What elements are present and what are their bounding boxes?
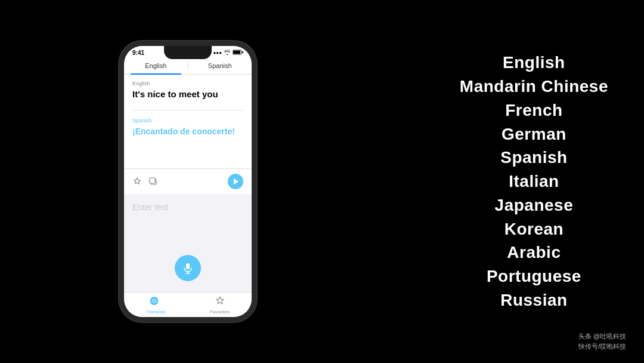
language-item-french: French bbox=[460, 99, 608, 122]
favorites-tab-label: Favorites bbox=[210, 309, 230, 315]
language-item-portuguese: Portuguese bbox=[460, 265, 608, 288]
battery-icon bbox=[233, 50, 243, 56]
copy-icon[interactable] bbox=[148, 177, 157, 186]
svg-rect-1 bbox=[233, 51, 240, 54]
language-item-english: English bbox=[460, 51, 608, 74]
microphone-button[interactable] bbox=[175, 255, 201, 281]
language-item-german: German bbox=[460, 123, 608, 146]
translate-tab-nav[interactable]: 🌐 Translate bbox=[124, 296, 188, 315]
favorites-tab-nav[interactable]: Favorites bbox=[188, 296, 252, 315]
translate-nav-icon: 🌐 bbox=[150, 296, 163, 308]
translation-card: English It's nice to meet you Spanish ¡E… bbox=[124, 75, 252, 168]
source-language-tab[interactable]: English bbox=[124, 57, 188, 74]
phone-screen: 9:41 ●●● bbox=[124, 46, 252, 317]
translate-tab-label: Translate bbox=[146, 309, 166, 315]
status-time: 9:41 bbox=[132, 50, 144, 56]
language-item-spanish: Spanish bbox=[460, 146, 608, 169]
language-item-arabic: Arabic bbox=[460, 241, 608, 264]
watermark-line2: 快传号/哎咆科技 bbox=[578, 342, 626, 352]
svg-rect-2 bbox=[242, 51, 243, 53]
star-icon[interactable] bbox=[132, 177, 142, 186]
language-item-japanese: Japanese bbox=[460, 194, 608, 217]
iphone-device: 9:41 ●●● bbox=[119, 41, 256, 322]
language-item-italian: Italian bbox=[460, 170, 608, 193]
language-item-mandarin: Mandarin Chinese bbox=[460, 75, 608, 98]
play-icon bbox=[234, 179, 239, 184]
target-language-tab[interactable]: Spanish bbox=[188, 57, 252, 74]
watermark-line1: 头条 @吐吼科技 bbox=[578, 331, 626, 342]
svg-rect-4 bbox=[150, 178, 155, 183]
input-placeholder-text: Enter text bbox=[132, 202, 168, 212]
language-tab-bar: English Spanish bbox=[124, 57, 252, 75]
source-language-label: English bbox=[132, 81, 243, 87]
language-item-korean: Korean bbox=[460, 218, 608, 241]
target-language-label: Spanish bbox=[132, 118, 243, 124]
languages-list: English Mandarin Chinese French German S… bbox=[424, 51, 608, 312]
wifi-icon bbox=[224, 50, 231, 56]
phone-mockup: 9:41 ●●● bbox=[119, 41, 256, 322]
translated-text: ¡Encantado de conocerte! bbox=[132, 126, 243, 137]
main-scene: 9:41 ●●● bbox=[0, 0, 644, 363]
watermark: 头条 @吐吼科技 快传号/哎咆科技 bbox=[578, 331, 626, 351]
svg-rect-5 bbox=[186, 263, 190, 269]
bottom-navigation: 🌐 Translate Favorites bbox=[124, 292, 252, 317]
svg-text:🌐: 🌐 bbox=[150, 296, 159, 305]
favorites-nav-icon bbox=[215, 296, 225, 308]
source-text: It's nice to meet you bbox=[132, 88, 243, 100]
status-bar: 9:41 ●●● bbox=[124, 46, 252, 57]
translation-actions-bar bbox=[124, 168, 252, 194]
text-input-area[interactable]: Enter text bbox=[124, 194, 252, 293]
play-button[interactable] bbox=[228, 174, 243, 189]
status-icons: ●●● bbox=[213, 50, 244, 56]
language-item-russian: Russian bbox=[460, 289, 608, 312]
signal-icon: ●●● bbox=[213, 50, 222, 56]
translation-divider bbox=[132, 110, 243, 110]
action-icons-left bbox=[132, 177, 157, 186]
